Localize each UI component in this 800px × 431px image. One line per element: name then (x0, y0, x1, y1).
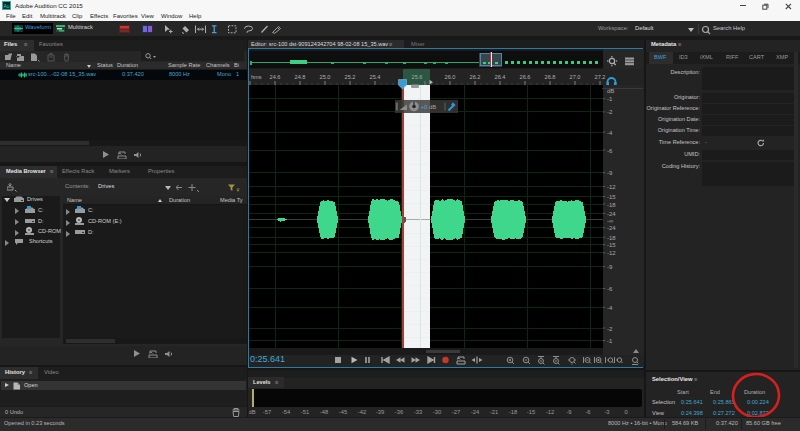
svg-text:-48: -48 (320, 409, 328, 415)
svg-text:-18: -18 (607, 202, 616, 208)
svg-text:-51: -51 (301, 409, 309, 415)
svg-text:27.0: 27.0 (570, 74, 581, 80)
svg-text:-24: -24 (471, 409, 480, 415)
svg-text:-54: -54 (282, 409, 291, 415)
svg-text:+0: +0 (421, 104, 429, 110)
svg-text:0: 0 (624, 409, 627, 415)
svg-text:-12: -12 (607, 184, 616, 190)
svg-text:-12: -12 (546, 409, 554, 415)
svg-text:-3: -3 (604, 409, 609, 415)
svg-text:-12: -12 (607, 250, 616, 256)
svg-text:25.0: 25.0 (320, 74, 331, 80)
svg-text:dB: dB (429, 104, 436, 110)
svg-text:-42: -42 (358, 409, 366, 415)
svg-text:26.4: 26.4 (495, 74, 506, 80)
svg-text:-33: -33 (414, 409, 422, 415)
svg-text:-39: -39 (376, 409, 384, 415)
svg-text:hms: hms (251, 74, 262, 80)
svg-text:-∞: -∞ (607, 218, 613, 224)
svg-text:-6: -6 (585, 409, 590, 415)
svg-text:-45: -45 (339, 409, 347, 415)
svg-text:-6: -6 (607, 286, 613, 292)
svg-text:-36: -36 (395, 409, 403, 415)
svg-text:-15: -15 (607, 242, 616, 248)
svg-text:-18: -18 (607, 235, 616, 241)
svg-text:-1: -1 (607, 338, 613, 344)
svg-text:-24: -24 (607, 211, 616, 217)
svg-text:-30: -30 (433, 409, 441, 415)
svg-text:27.2: 27.2 (595, 74, 606, 80)
svg-text:-9: -9 (607, 264, 613, 270)
svg-text:-6: -6 (607, 148, 613, 154)
svg-text:-18: -18 (509, 409, 517, 415)
svg-text:-9: -9 (566, 409, 571, 415)
svg-text:25.4: 25.4 (370, 74, 381, 80)
svg-text:-21: -21 (490, 409, 498, 415)
svg-text:-2: -2 (607, 326, 613, 332)
svg-text:26.6: 26.6 (520, 74, 531, 80)
svg-text:-1: -1 (607, 96, 613, 102)
svg-text:26.8: 26.8 (545, 74, 556, 80)
svg-text:26.0: 26.0 (445, 74, 456, 80)
svg-text:-4: -4 (607, 130, 613, 136)
svg-text:-4: -4 (607, 305, 613, 311)
svg-text:dB: dB (249, 409, 256, 415)
svg-text:25.2: 25.2 (345, 74, 356, 80)
svg-text:-57: -57 (263, 409, 271, 415)
svg-text:-27: -27 (452, 409, 460, 415)
svg-text:24.6: 24.6 (270, 74, 281, 80)
svg-text:-15: -15 (527, 409, 535, 415)
svg-text:24.8: 24.8 (295, 74, 306, 80)
svg-text:-24: -24 (607, 225, 616, 231)
svg-text:-15: -15 (607, 194, 616, 200)
svg-text:-2: -2 (607, 109, 613, 115)
svg-text:-9: -9 (607, 170, 613, 176)
svg-text:26.2: 26.2 (470, 74, 481, 80)
